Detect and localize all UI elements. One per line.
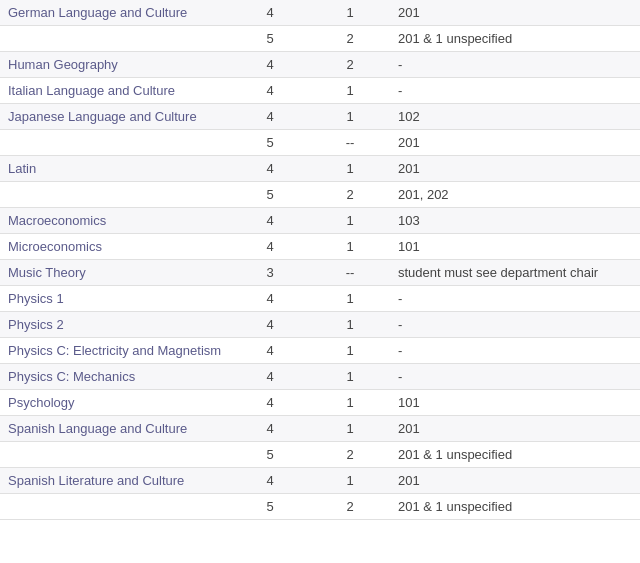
score-col: 4 — [230, 286, 310, 312]
subject-name: Physics 1 — [0, 286, 230, 312]
credits-col: 1 — [310, 364, 390, 390]
score-col: 3 — [230, 260, 310, 286]
score-col: 4 — [230, 390, 310, 416]
score-col: 5 — [230, 26, 310, 52]
placement-col: 201 — [390, 0, 640, 26]
subject-name: Psychology — [0, 390, 230, 416]
subject-continuation — [0, 26, 230, 52]
credits-col: 1 — [310, 104, 390, 130]
subject-name: Macroeconomics — [0, 208, 230, 234]
placement-col: - — [390, 52, 640, 78]
credits-col: -- — [310, 130, 390, 156]
credits-col: 1 — [310, 78, 390, 104]
score-col: 4 — [230, 338, 310, 364]
table-row: Human Geography42- — [0, 52, 640, 78]
subject-name: Japanese Language and Culture — [0, 104, 230, 130]
subject-name: Physics C: Mechanics — [0, 364, 230, 390]
placement-col: 201 — [390, 130, 640, 156]
credits-col: 2 — [310, 494, 390, 520]
placement-col: 201 — [390, 156, 640, 182]
table-row: Macroeconomics41103 — [0, 208, 640, 234]
table-row: Latin41201 — [0, 156, 640, 182]
score-col: 4 — [230, 52, 310, 78]
placement-col: 201 & 1 unspecified — [390, 442, 640, 468]
table-row: Microeconomics41101 — [0, 234, 640, 260]
subject-name: Microeconomics — [0, 234, 230, 260]
placement-col: - — [390, 312, 640, 338]
placement-col: 201, 202 — [390, 182, 640, 208]
table-row: 52201 & 1 unspecified — [0, 26, 640, 52]
score-col: 4 — [230, 208, 310, 234]
placement-col: 103 — [390, 208, 640, 234]
credits-col: 2 — [310, 26, 390, 52]
credits-col: 1 — [310, 338, 390, 364]
placement-col: 201 & 1 unspecified — [390, 26, 640, 52]
subject-name: Human Geography — [0, 52, 230, 78]
ap-credit-table: German Language and Culture4120152201 & … — [0, 0, 640, 520]
credits-col: 2 — [310, 182, 390, 208]
subject-name: German Language and Culture — [0, 0, 230, 26]
table-row: 5--201 — [0, 130, 640, 156]
score-col: 4 — [230, 0, 310, 26]
subject-name: Spanish Literature and Culture — [0, 468, 230, 494]
placement-col: 201 — [390, 416, 640, 442]
subject-name: Spanish Language and Culture — [0, 416, 230, 442]
table-row: 52201 & 1 unspecified — [0, 494, 640, 520]
table-row: Music Theory3--student must see departme… — [0, 260, 640, 286]
placement-col: - — [390, 78, 640, 104]
table-row: 52201 & 1 unspecified — [0, 442, 640, 468]
placement-col: student must see department chair — [390, 260, 640, 286]
credits-col: 2 — [310, 442, 390, 468]
score-col: 4 — [230, 234, 310, 260]
placement-col: 101 — [390, 390, 640, 416]
placement-col: 102 — [390, 104, 640, 130]
credits-col: 1 — [310, 416, 390, 442]
placement-col: - — [390, 286, 640, 312]
table-row: Physics 241- — [0, 312, 640, 338]
subject-continuation — [0, 442, 230, 468]
score-col: 4 — [230, 468, 310, 494]
credits-col: 1 — [310, 156, 390, 182]
credits-col: 1 — [310, 390, 390, 416]
subject-name: Latin — [0, 156, 230, 182]
table-row: 52201, 202 — [0, 182, 640, 208]
score-col: 5 — [230, 442, 310, 468]
credits-col: 1 — [310, 234, 390, 260]
placement-col: 101 — [390, 234, 640, 260]
score-col: 5 — [230, 494, 310, 520]
table-row: Psychology41101 — [0, 390, 640, 416]
table-row: Italian Language and Culture41- — [0, 78, 640, 104]
placement-col: 201 & 1 unspecified — [390, 494, 640, 520]
score-col: 4 — [230, 104, 310, 130]
credits-col: -- — [310, 260, 390, 286]
placement-col: 201 — [390, 468, 640, 494]
table-row: Physics C: Electricity and Magnetism41- — [0, 338, 640, 364]
credits-col: 1 — [310, 312, 390, 338]
table-row: Spanish Literature and Culture41201 — [0, 468, 640, 494]
score-col: 4 — [230, 364, 310, 390]
subject-continuation — [0, 182, 230, 208]
score-col: 4 — [230, 312, 310, 338]
table-row: Physics 141- — [0, 286, 640, 312]
subject-name: Physics C: Electricity and Magnetism — [0, 338, 230, 364]
score-col: 4 — [230, 156, 310, 182]
placement-col: - — [390, 338, 640, 364]
credits-col: 2 — [310, 52, 390, 78]
subject-continuation — [0, 130, 230, 156]
score-col: 5 — [230, 182, 310, 208]
credits-col: 1 — [310, 468, 390, 494]
credits-col: 1 — [310, 286, 390, 312]
table-row: Japanese Language and Culture41102 — [0, 104, 640, 130]
credits-col: 1 — [310, 0, 390, 26]
score-col: 4 — [230, 78, 310, 104]
table-row: Physics C: Mechanics41- — [0, 364, 640, 390]
score-col: 4 — [230, 416, 310, 442]
subject-name: Music Theory — [0, 260, 230, 286]
credits-col: 1 — [310, 208, 390, 234]
table-row: German Language and Culture41201 — [0, 0, 640, 26]
table-row: Spanish Language and Culture41201 — [0, 416, 640, 442]
subject-name: Italian Language and Culture — [0, 78, 230, 104]
subject-name: Physics 2 — [0, 312, 230, 338]
subject-continuation — [0, 494, 230, 520]
placement-col: - — [390, 364, 640, 390]
